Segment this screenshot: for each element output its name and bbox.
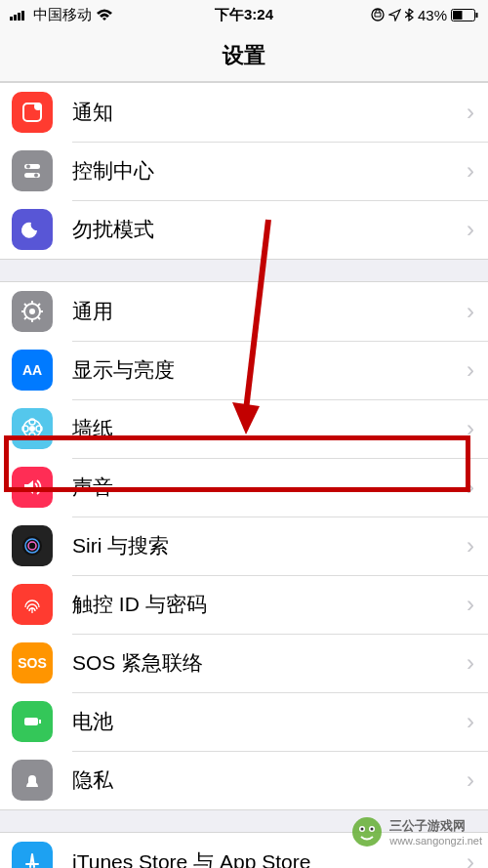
svg-rect-1 (14, 15, 17, 21)
row-label: 电池 (72, 708, 467, 735)
svg-rect-35 (39, 720, 41, 723)
svg-point-41 (361, 828, 364, 831)
row-display[interactable]: AA 显示与亮度 › (0, 341, 488, 399)
chevron-right-icon: › (467, 415, 474, 442)
chevron-right-icon: › (467, 298, 474, 325)
row-general[interactable]: 通用 › (0, 282, 488, 341)
status-right: 43% (371, 7, 478, 23)
wallpaper-icon (12, 408, 53, 449)
chevron-right-icon: › (467, 591, 474, 618)
notification-icon (12, 92, 53, 133)
display-icon: AA (12, 350, 53, 391)
svg-point-15 (29, 309, 35, 314)
svg-point-13 (34, 174, 38, 178)
privacy-icon (12, 760, 53, 801)
svg-rect-6 (453, 11, 463, 20)
svg-rect-7 (476, 13, 478, 18)
watermark-url: www.sangongzi.net (389, 835, 482, 847)
navbar: 设置 (0, 29, 488, 82)
chevron-right-icon: › (467, 157, 474, 185)
status-time: 下午3:24 (215, 6, 273, 24)
wifi-icon (96, 9, 113, 21)
row-label: 控制中心 (72, 157, 467, 185)
battery-percent: 43% (418, 7, 447, 23)
row-label: Siri 与搜索 (72, 532, 467, 559)
svg-point-26 (29, 426, 35, 432)
row-label: iTunes Store 与 App Store (72, 848, 467, 868)
battery-icon (12, 701, 53, 742)
row-label: 隐私 (72, 766, 467, 794)
svg-text:AA: AA (22, 362, 42, 378)
svg-line-22 (24, 317, 26, 319)
general-icon (12, 291, 53, 332)
row-label: 勿扰模式 (72, 216, 467, 243)
bluetooth-icon (405, 8, 414, 21)
sound-icon (12, 467, 53, 508)
watermark: 三公子游戏网 www.sangongzi.net (350, 815, 482, 848)
watermark-logo-icon (350, 815, 384, 848)
siri-icon (12, 525, 53, 566)
svg-rect-3 (21, 11, 24, 21)
status-left: 中国移动 (10, 6, 113, 24)
signal-icon (10, 9, 29, 21)
chevron-right-icon: › (467, 356, 474, 384)
chevron-right-icon: › (467, 649, 474, 677)
svg-point-11 (26, 165, 30, 169)
row-label: 墙纸 (72, 415, 467, 442)
row-notifications[interactable]: 通知 › (0, 83, 488, 142)
chevron-right-icon: › (467, 474, 474, 501)
settings-group-1: 通知 › 控制中心 › 勿扰模式 › (0, 82, 488, 260)
row-privacy[interactable]: 隐私 › (0, 751, 488, 809)
svg-rect-2 (18, 13, 20, 21)
row-wallpaper[interactable]: 墙纸 › (0, 399, 488, 458)
location-icon (388, 9, 401, 21)
battery-icon (451, 9, 478, 21)
svg-line-23 (38, 304, 40, 306)
row-label: 声音 (72, 474, 467, 501)
settings-group-2: 通用 › AA 显示与亮度 › 墙纸 › 声音 › Siri 与搜索 › 触控 … (0, 281, 488, 810)
svg-point-9 (34, 103, 42, 110)
chevron-right-icon: › (467, 216, 474, 243)
row-control-center[interactable]: 控制中心 › (0, 142, 488, 200)
svg-line-20 (24, 304, 26, 306)
control-center-icon (12, 150, 53, 191)
row-label: 通用 (72, 298, 467, 325)
row-dnd[interactable]: 勿扰模式 › (0, 200, 488, 259)
sos-icon: SOS (12, 642, 53, 683)
touchid-icon (12, 584, 53, 625)
page-title: 设置 (223, 41, 265, 70)
row-label: 触控 ID 与密码 (72, 591, 467, 618)
row-battery[interactable]: 电池 › (0, 692, 488, 751)
chevron-right-icon: › (467, 99, 474, 126)
chevron-right-icon: › (467, 766, 474, 794)
row-label: 通知 (72, 99, 467, 126)
row-sound[interactable]: 声音 › (0, 458, 488, 517)
dnd-icon (12, 209, 53, 250)
row-siri[interactable]: Siri 与搜索 › (0, 517, 488, 575)
svg-rect-0 (10, 17, 13, 21)
chevron-right-icon: › (467, 708, 474, 735)
svg-point-38 (352, 817, 382, 847)
row-label: SOS 紧急联络 (72, 649, 467, 677)
orientation-lock-icon (371, 8, 385, 21)
appstore-icon (12, 842, 53, 868)
watermark-text: 三公子游戏网 (389, 817, 482, 835)
svg-rect-34 (24, 718, 38, 725)
row-sos[interactable]: SOS SOS 紧急联络 › (0, 634, 488, 692)
row-label: 显示与亮度 (72, 356, 467, 384)
svg-line-21 (38, 317, 40, 319)
status-bar: 中国移动 下午3:24 43% (0, 0, 488, 29)
carrier-label: 中国移动 (33, 6, 92, 24)
row-touchid[interactable]: 触控 ID 与密码 › (0, 575, 488, 634)
chevron-right-icon: › (467, 848, 474, 868)
svg-point-4 (372, 9, 384, 21)
chevron-right-icon: › (467, 532, 474, 559)
svg-point-42 (371, 828, 374, 831)
